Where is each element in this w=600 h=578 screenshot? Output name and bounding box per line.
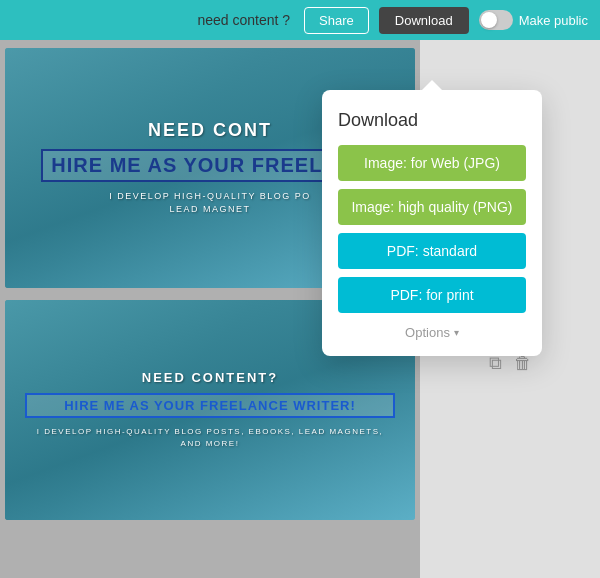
copy-icon[interactable]: ⧉ [489, 353, 502, 374]
chevron-down-icon: ▾ [454, 327, 459, 338]
main-area: NEED CONT HIRE ME AS YOUR FREELANC I DEV… [0, 40, 600, 578]
toggle-knob [481, 12, 497, 28]
card2-hire-me: HIRE ME AS YOUR FREELANCE WRITER! [25, 393, 395, 418]
dropdown-arrow [422, 80, 442, 90]
card2-subtext: I DEVELOP HIGH-QUALITY BLOG POSTS, EBOOK… [25, 426, 395, 450]
share-button[interactable]: Share [304, 7, 369, 34]
options-label: Options [405, 325, 450, 340]
dropdown-title: Download [338, 110, 526, 131]
toolbar: need content ? Share Download Make publi… [0, 0, 600, 40]
make-public-toggle[interactable] [479, 10, 513, 30]
sidebar-actions: ⧉ 🗑 [489, 353, 532, 374]
card-overlay-2: NEED CONTENT? HIRE ME AS YOUR FREELANCE … [5, 350, 415, 470]
card2-need-content: NEED CONTENT? [25, 370, 395, 385]
delete-icon[interactable]: 🗑 [514, 353, 532, 374]
options-link[interactable]: Options ▾ [338, 325, 526, 340]
download-jpg-button[interactable]: Image: for Web (JPG) [338, 145, 526, 181]
download-dropdown: Download Image: for Web (JPG) Image: hig… [322, 90, 542, 356]
download-png-button[interactable]: Image: high quality (PNG) [338, 189, 526, 225]
need-content-label: need content ? [197, 12, 290, 28]
download-button[interactable]: Download [379, 7, 469, 34]
download-pdf-standard-button[interactable]: PDF: standard [338, 233, 526, 269]
make-public-toggle-wrap: Make public [479, 10, 588, 30]
download-pdf-print-button[interactable]: PDF: for print [338, 277, 526, 313]
make-public-label: Make public [519, 13, 588, 28]
